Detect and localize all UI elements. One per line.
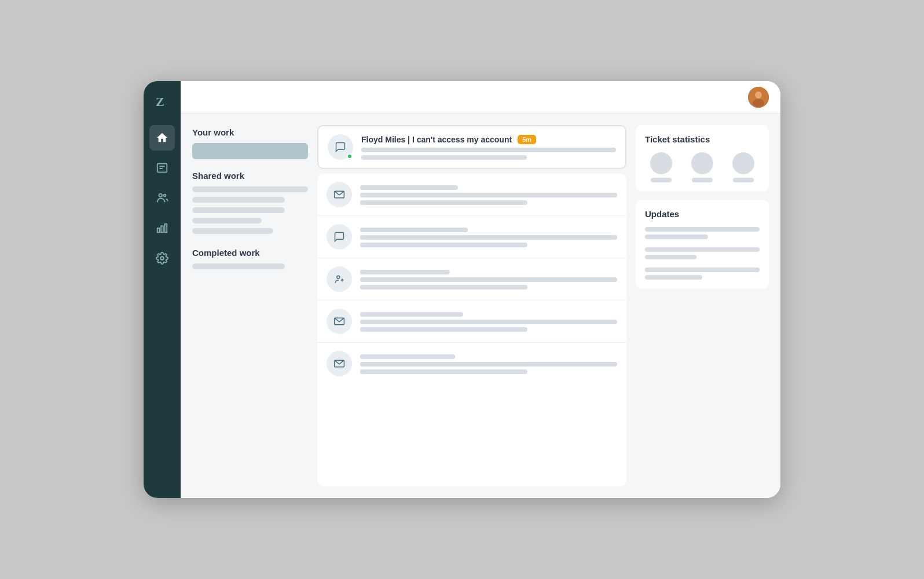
- skeleton: [361, 155, 527, 160]
- updates-card: Updates: [636, 200, 769, 289]
- skeleton: [645, 247, 760, 252]
- sidebar-item-settings[interactable]: [149, 245, 175, 271]
- topbar: [181, 81, 780, 113]
- ticket-icon-email3: [327, 351, 352, 376]
- online-indicator: [347, 153, 353, 159]
- svg-rect-6: [157, 228, 160, 232]
- avatar[interactable]: [748, 87, 769, 108]
- skeleton: [645, 267, 760, 272]
- list-item[interactable]: [317, 174, 626, 216]
- completed-work-label: Completed work: [192, 248, 308, 258]
- circle-label: [692, 178, 713, 182]
- svg-rect-8: [165, 224, 167, 233]
- stat-circle-2: [691, 152, 713, 182]
- ticket-header: Floyd Miles | I can't access my account …: [361, 135, 616, 144]
- ticket-list: [317, 174, 626, 486]
- ticket-title: Floyd Miles | I can't access my account: [361, 135, 512, 144]
- stat-circle-1: [650, 152, 672, 182]
- ticket-info: [360, 184, 617, 205]
- svg-point-11: [755, 91, 762, 98]
- update-row: [645, 247, 760, 259]
- circle-label: [651, 178, 672, 182]
- svg-point-5: [164, 195, 166, 197]
- device-frame: Z: [144, 81, 780, 498]
- skeleton: [645, 227, 760, 232]
- skeleton: [361, 148, 616, 152]
- ticket-icon-chat: [328, 134, 353, 160]
- list-item[interactable]: [317, 301, 626, 343]
- your-work-bar: [192, 143, 308, 159]
- shared-work-label: Shared work: [192, 171, 308, 181]
- ticket-statistics-card: Ticket statistics: [636, 125, 769, 192]
- svg-rect-7: [161, 226, 163, 232]
- ticket-icon-email2: [327, 309, 352, 334]
- ticket-info: Floyd Miles | I can't access my account …: [361, 135, 616, 160]
- list-item[interactable]: [317, 216, 626, 258]
- skeleton: [192, 263, 285, 269]
- circle: [732, 152, 754, 174]
- ticket-info: [360, 226, 617, 247]
- skeleton: [645, 275, 702, 280]
- sidebar-logo: Z: [151, 90, 174, 113]
- content-area: Your work Shared work Completed work: [181, 113, 780, 498]
- ticket-info: [360, 353, 617, 374]
- left-panel: Your work Shared work Completed work: [192, 125, 308, 486]
- shared-work-section: Shared work: [192, 171, 308, 234]
- update-row: [645, 227, 760, 239]
- ticket-icon-email: [327, 182, 352, 207]
- list-item[interactable]: [317, 258, 626, 301]
- sidebar-item-tickets[interactable]: [149, 155, 175, 181]
- circle-label: [733, 178, 754, 182]
- skeleton: [645, 255, 696, 259]
- time-badge: 5m: [518, 135, 536, 144]
- ticket-info: [360, 311, 617, 332]
- updates-title: Updates: [645, 209, 760, 219]
- featured-ticket[interactable]: Floyd Miles | I can't access my account …: [317, 125, 626, 169]
- sidebar: Z: [144, 81, 181, 498]
- ticket-info: [360, 269, 617, 290]
- circle: [691, 152, 713, 174]
- skeleton: [192, 207, 285, 213]
- skeleton: [192, 228, 273, 234]
- skeleton: [192, 197, 285, 203]
- ticket-skeleton: [361, 148, 616, 160]
- sidebar-item-home[interactable]: [149, 125, 175, 151]
- circle: [650, 152, 672, 174]
- svg-point-4: [159, 194, 163, 197]
- updates-rows: [645, 227, 760, 280]
- skeleton: [192, 218, 262, 223]
- svg-point-14: [337, 276, 340, 278]
- completed-work-section: Completed work: [192, 248, 308, 269]
- ticket-icon-user-add: [327, 266, 352, 292]
- stat-circle-3: [732, 152, 754, 182]
- ticket-icon-chat2: [327, 224, 352, 250]
- middle-panel: Floyd Miles | I can't access my account …: [317, 125, 626, 486]
- list-item[interactable]: [317, 343, 626, 384]
- svg-point-9: [160, 256, 164, 260]
- svg-point-12: [753, 99, 764, 107]
- stat-circles: [645, 152, 760, 182]
- skeleton: [645, 234, 708, 239]
- skeleton: [192, 186, 308, 192]
- your-work-label: Your work: [192, 127, 308, 137]
- right-panel: Ticket statistics: [636, 125, 769, 486]
- sidebar-item-reports[interactable]: [149, 215, 175, 241]
- ticket-statistics-title: Ticket statistics: [645, 134, 760, 144]
- main-content: Your work Shared work Completed work: [181, 81, 780, 498]
- sidebar-item-users[interactable]: [149, 185, 175, 211]
- svg-text:Z: Z: [156, 94, 164, 109]
- update-row: [645, 267, 760, 280]
